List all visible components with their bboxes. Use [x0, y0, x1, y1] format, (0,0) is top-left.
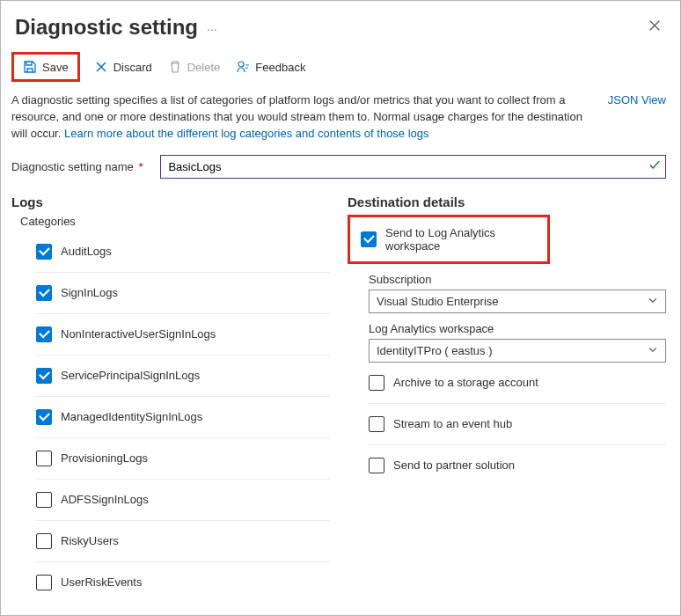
- checkbox-riskyusers[interactable]: [36, 533, 52, 549]
- category-managedidentity: ManagedIdentitySignInLogs: [36, 397, 330, 438]
- subscription-label: Subscription: [369, 273, 666, 286]
- description-row: A diagnostic setting specifies a list of…: [1, 91, 680, 146]
- chevron-down-icon: [648, 295, 658, 308]
- close-icon[interactable]: [643, 16, 666, 39]
- checkbox-provisioning[interactable]: [36, 451, 52, 466]
- dest-archive-storage: Archive to a storage account: [369, 363, 666, 404]
- destination-column: Destination details Send to Log Analytic…: [348, 189, 666, 603]
- category-adfs: ADFSSignInLogs: [36, 480, 330, 521]
- label-userriskevents: UserRiskEvents: [61, 576, 142, 589]
- page-title: Diagnostic setting: [15, 15, 198, 40]
- label-send-law: Send to Log Analytics workspace: [385, 226, 537, 253]
- workspace-label: Log Analytics workspace: [369, 322, 666, 335]
- columns: Logs Categories AuditLogs SignInLogs Non…: [1, 189, 680, 603]
- dest-partner: Send to partner solution: [369, 445, 666, 486]
- checkbox-noninteractive[interactable]: [36, 326, 52, 342]
- checkbox-partner[interactable]: [369, 458, 384, 473]
- checkbox-userriskevents[interactable]: [36, 575, 52, 590]
- label-serviceprincipal: ServicePrincipalSignInLogs: [61, 369, 200, 382]
- label-event-hub: Stream to an event hub: [393, 417, 512, 430]
- label-partner: Send to partner solution: [393, 458, 515, 472]
- chevron-down-icon: [648, 344, 658, 357]
- label-signinlogs: SignInLogs: [61, 286, 118, 299]
- workspace-select[interactable]: IdentityITPro ( eastus ): [369, 339, 666, 363]
- name-row: Diagnostic setting name *: [1, 146, 680, 189]
- discard-icon: [94, 60, 108, 74]
- logs-column: Logs Categories AuditLogs SignInLogs Non…: [11, 189, 330, 603]
- send-law-highlight: Send to Log Analytics workspace: [348, 215, 550, 264]
- delete-button: Delete: [161, 56, 228, 77]
- label-noninteractive: NonInteractiveUserSignInLogs: [61, 327, 216, 341]
- setting-name-label-text: Diagnostic setting name: [11, 160, 134, 173]
- categories-subtitle: Categories: [20, 215, 330, 228]
- setting-name-input[interactable]: [160, 155, 666, 179]
- checkbox-adfs[interactable]: [36, 492, 52, 508]
- save-button[interactable]: Save: [16, 56, 76, 77]
- checkbox-event-hub[interactable]: [369, 416, 384, 432]
- json-view-link[interactable]: JSON View: [608, 92, 666, 143]
- panel-header: Diagnostic setting ···: [1, 1, 680, 47]
- feedback-button[interactable]: Feedback: [229, 56, 312, 77]
- learn-more-link[interactable]: Learn more about the different log categ…: [64, 127, 429, 140]
- category-serviceprincipal: ServicePrincipalSignInLogs: [36, 356, 330, 397]
- setting-name-label: Diagnostic setting name *: [11, 160, 143, 173]
- setting-name-input-wrap: [160, 155, 666, 179]
- logs-title: Logs: [11, 194, 330, 209]
- workspace-value: IdentityITPro ( eastus ): [377, 344, 493, 357]
- label-managedidentity: ManagedIdentitySignInLogs: [61, 410, 202, 423]
- valid-check-icon: [648, 159, 661, 174]
- dest-event-hub: Stream to an event hub: [369, 404, 666, 445]
- category-userriskevents: UserRiskEvents: [36, 562, 330, 603]
- delete-label: Delete: [187, 61, 221, 74]
- checkbox-serviceprincipal[interactable]: [36, 368, 52, 384]
- save-highlight-box: Save: [11, 52, 80, 82]
- discard-button[interactable]: Discard: [87, 56, 159, 77]
- diagnostic-setting-panel: Diagnostic setting ··· Save Discard Dele…: [0, 0, 681, 616]
- category-auditlogs: AuditLogs: [36, 231, 330, 273]
- label-riskyusers: RiskyUsers: [61, 534, 119, 547]
- feedback-icon: [236, 60, 250, 74]
- svg-point-0: [238, 62, 244, 67]
- label-adfs: ADFSSignInLogs: [61, 493, 149, 506]
- category-provisioning: ProvisioningLogs: [36, 438, 330, 480]
- checkbox-managedidentity[interactable]: [36, 409, 52, 425]
- category-list: AuditLogs SignInLogs NonInteractiveUserS…: [36, 231, 330, 603]
- required-asterisk: *: [138, 160, 143, 173]
- discard-label: Discard: [114, 61, 152, 74]
- toolbar: Save Discard Delete Feedback: [1, 47, 680, 91]
- checkbox-send-law[interactable]: [361, 231, 377, 247]
- subscription-value: Visual Studio Enterprise: [377, 295, 499, 308]
- description-text-wrap: A diagnostic setting specifies a list of…: [11, 92, 590, 143]
- category-noninteractive: NonInteractiveUserSignInLogs: [36, 314, 330, 356]
- more-ellipsis[interactable]: ···: [207, 22, 217, 36]
- law-config: Subscription Visual Studio Enterprise Lo…: [348, 273, 666, 486]
- checkbox-auditlogs[interactable]: [36, 244, 52, 260]
- checkbox-signinlogs[interactable]: [36, 285, 52, 301]
- label-archive-storage: Archive to a storage account: [393, 376, 538, 389]
- feedback-label: Feedback: [255, 61, 305, 74]
- save-icon: [23, 60, 37, 74]
- label-auditlogs: AuditLogs: [61, 245, 112, 258]
- save-label: Save: [42, 61, 69, 74]
- destination-title: Destination details: [348, 194, 666, 209]
- subscription-select[interactable]: Visual Studio Enterprise: [369, 290, 666, 313]
- category-signinlogs: SignInLogs: [36, 273, 330, 314]
- checkbox-archive-storage[interactable]: [369, 375, 384, 391]
- delete-icon: [168, 60, 182, 74]
- label-provisioning: ProvisioningLogs: [61, 451, 148, 465]
- category-riskyusers: RiskyUsers: [36, 521, 330, 562]
